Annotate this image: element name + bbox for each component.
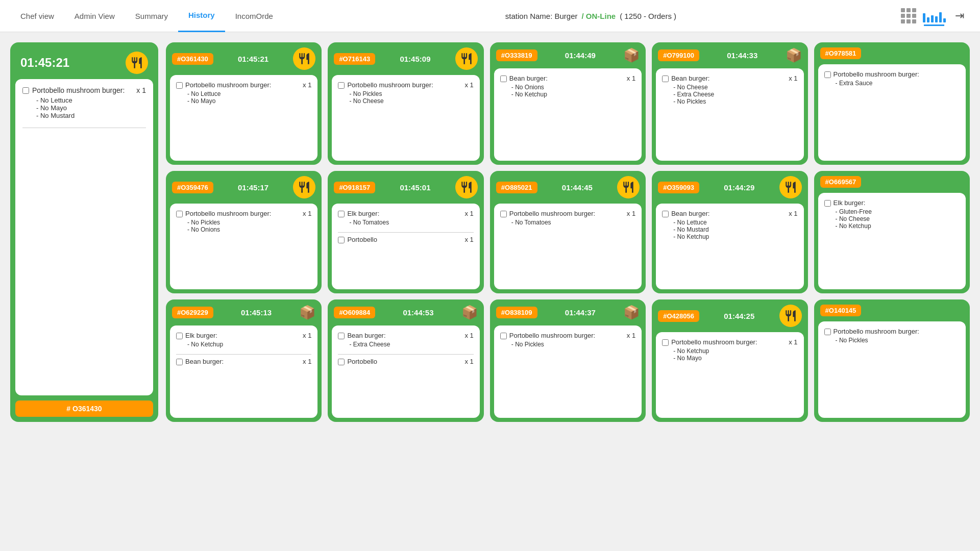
order-item-checkbox[interactable] — [338, 237, 345, 243]
order-item-qty: x 1 — [627, 74, 635, 82]
sidebar-time: 01:45:21 — [20, 56, 69, 70]
order-item-checkbox[interactable] — [500, 333, 507, 339]
sidebar-item-qty: x 1 — [136, 86, 146, 94]
sidebar-order-badge[interactable]: # O361430 — [15, 400, 153, 417]
order-item-checkbox[interactable] — [662, 76, 669, 82]
logout-button[interactable]: ⇥ — [949, 6, 970, 26]
order-item-checkbox[interactable] — [662, 211, 669, 217]
order-time: 01:45:13 — [241, 308, 272, 317]
order-id-badge: #O609884 — [334, 307, 375, 318]
order-item-checkbox[interactable] — [338, 333, 345, 339]
sidebar-food-icon — [126, 52, 148, 74]
order-pkg-icon: 📦 — [299, 305, 315, 320]
order-item-qty: x 1 — [789, 210, 797, 217]
order-id-badge: #O978581 — [820, 47, 862, 59]
order-mod: No Pickles — [511, 341, 635, 348]
order-pkg-icon: 📦 — [461, 305, 478, 320]
order-item-name: Elk burger: — [185, 332, 217, 339]
order-item-name: Portobello mushroom burger: — [509, 210, 595, 217]
order-mod: No Ketchup — [511, 91, 635, 98]
order-item-checkbox[interactable] — [824, 329, 831, 335]
order-item-name: Portobello mushroom burger: — [834, 328, 919, 335]
order-time: 01:44:37 — [565, 308, 596, 317]
order-item-name: Bean burger: — [671, 210, 709, 217]
sidebar-item-checkbox[interactable] — [22, 87, 29, 94]
order-item-name: Portobello mushroom burger: — [185, 210, 271, 217]
order-item-name: Portobello mushroom burger: — [509, 332, 595, 339]
order-mod: No Cheese — [836, 215, 960, 222]
order-mod: No Onions — [511, 84, 635, 91]
station-name: station Name: Burger — [505, 12, 578, 20]
sidebar-card: 01:45:21 Portobello mushroom burger: x 1… — [10, 42, 158, 422]
nav-item-chef-view[interactable]: Chef view — [10, 0, 64, 32]
mod-no-mustard: No Mustard — [36, 112, 146, 119]
order-id-badge: #O885021 — [496, 182, 537, 193]
order-item-name: Bean burger: — [671, 74, 709, 82]
order-card: #O609884 01:44:53 📦 Bean burger: x 1 Ext… — [328, 299, 483, 422]
order-card: #O359476 01:45:17 Portobello mushroom bu… — [166, 171, 322, 293]
order-item-checkbox[interactable] — [176, 359, 183, 365]
order-item-name: Elk burger: — [347, 210, 379, 217]
order-card: #O978581 Portobello mushroom burger: Ext… — [814, 42, 970, 165]
order-item-checkbox[interactable] — [824, 200, 831, 207]
order-item-qty: x 1 — [303, 332, 311, 339]
order-card: #O716143 01:45:09 Portobello mushroom bu… — [328, 42, 483, 165]
bar-chart-view-button[interactable] — [924, 6, 944, 26]
order-card: #O361430 01:45:21 Portobello mushroom bu… — [166, 42, 322, 165]
order-mod: No Ketchup — [673, 233, 797, 240]
order-card: #O885021 01:44:45 Portobello mushroom bu… — [490, 171, 646, 293]
order-item-checkbox[interactable] — [176, 82, 183, 89]
order-item-checkbox[interactable] — [176, 211, 183, 217]
order-item-name: Bean burger: — [347, 332, 385, 339]
order-id-badge: #O140145 — [820, 305, 862, 316]
order-mod: No Tomatoes — [511, 219, 635, 226]
order-id-badge: #O428056 — [658, 310, 699, 322]
order-time: 01:44:25 — [724, 312, 754, 320]
order-item-checkbox[interactable] — [338, 82, 345, 89]
order-mod: Gluten-Free — [836, 208, 960, 215]
order-item-checkbox[interactable] — [500, 211, 507, 217]
nav-item-summary[interactable]: Summary — [125, 0, 178, 32]
order-item-checkbox[interactable] — [662, 339, 669, 346]
order-mod: No Cheese — [673, 84, 797, 91]
order-mod: Extra Cheese — [673, 91, 797, 98]
order-card: #O669567 Elk burger: Gluten-FreeNo Chees… — [814, 171, 970, 293]
order-id-badge: #O361430 — [172, 53, 213, 65]
order-mod: No Onions — [187, 226, 311, 233]
grid-view-button[interactable] — [898, 6, 919, 26]
order-item-qty: x 1 — [303, 358, 311, 365]
order-mod: No Ketchup — [836, 222, 960, 230]
nav-item-history[interactable]: History — [178, 0, 225, 32]
nav-item-incoming-orders[interactable]: IncomOrde — [225, 0, 283, 32]
order-time: 01:45:09 — [400, 55, 430, 63]
order-item-checkbox[interactable] — [338, 359, 345, 365]
order-item-checkbox[interactable] — [338, 211, 345, 217]
order-time: 01:44:49 — [565, 51, 596, 60]
order-mod: No Mayo — [673, 355, 797, 362]
order-mod: No Pickles — [836, 337, 960, 344]
order-mod: No Mayo — [187, 97, 311, 105]
order-item-qty: x 1 — [789, 74, 797, 82]
order-id-badge: #O333819 — [496, 49, 537, 61]
order-time: 01:45:01 — [400, 183, 430, 192]
order-food-icon — [455, 176, 478, 198]
order-mod: No Pickles — [673, 98, 797, 105]
order-item-checkbox[interactable] — [176, 333, 183, 339]
order-item-qty: x 1 — [627, 332, 635, 339]
order-mod: Extra Cheese — [349, 341, 473, 348]
order-time: 01:44:29 — [724, 183, 754, 192]
order-item-name: Portobello mushroom burger: — [671, 338, 757, 346]
mod-no-mayo: No Mayo — [36, 104, 146, 112]
navigation: Chef view Admin View Summary History Inc… — [0, 0, 980, 32]
order-item-checkbox[interactable] — [824, 71, 831, 78]
mod-no-lettuce: No Lettuce — [36, 96, 146, 104]
nav-item-admin-view[interactable]: Admin View — [64, 0, 125, 32]
orders-count: ( 1250 - Orders ) — [620, 12, 676, 20]
order-pkg-icon: 📦 — [623, 47, 640, 63]
order-item-checkbox[interactable] — [500, 76, 507, 82]
order-mod: Extra Sauce — [836, 80, 960, 87]
order-mod: No Ketchup — [187, 341, 311, 348]
order-food-icon — [617, 176, 640, 198]
order-mod: No Lettuce — [187, 90, 311, 97]
order-food-icon — [455, 47, 478, 70]
